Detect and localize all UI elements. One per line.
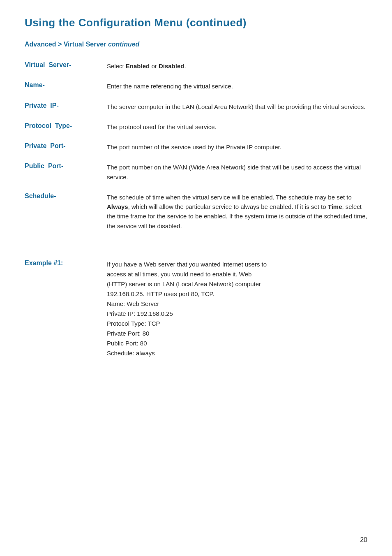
table-row: Virtual Server- Select Enabled or Disabl… xyxy=(25,57,367,77)
spacer-row xyxy=(25,237,367,248)
term-private-port: Private Port- xyxy=(25,138,107,158)
bold-disabled: Disabled xyxy=(159,63,184,70)
term-example1: Example #1: xyxy=(25,248,107,365)
table-row: Name- Enter the name referencing the vir… xyxy=(25,77,367,97)
term-protocol-type: Protocol Type- xyxy=(25,118,107,138)
example-text: If you have a Web server that you wanted… xyxy=(107,259,367,358)
term-private-ip: Private IP- xyxy=(25,98,107,118)
definition-table: Virtual Server- Select Enabled or Disabl… xyxy=(25,57,367,365)
table-row: Private IP- The server computer in the L… xyxy=(25,98,367,118)
desc-public-port: The port number on the WAN (Wide Area Ne… xyxy=(107,158,367,188)
page-title: Using the Configuration Menu (continued) xyxy=(25,16,367,29)
table-row-example: Example #1: If you have a Web server tha… xyxy=(25,248,367,365)
desc-name: Enter the name referencing the virtual s… xyxy=(107,77,367,97)
desc-private-port: The port number of the service used by t… xyxy=(107,138,367,158)
table-row: Public Port- The port number on the WAN … xyxy=(25,158,367,188)
section-heading-continued: continued xyxy=(108,41,139,48)
table-row: Protocol Type- The protocol used for the… xyxy=(25,118,367,138)
term-name: Name- xyxy=(25,77,107,97)
bold-always: Always xyxy=(107,203,128,210)
page-number: 20 xyxy=(360,536,367,544)
term-public-port: Public Port- xyxy=(25,158,107,188)
table-row: Schedule- The schedule of time when the … xyxy=(25,188,367,237)
section-heading: Advanced > Virtual Server continued xyxy=(25,41,367,48)
bold-time: Time xyxy=(328,203,342,210)
term-schedule: Schedule- xyxy=(25,188,107,237)
desc-schedule: The schedule of time when the virtual se… xyxy=(107,188,367,237)
desc-private-ip: The server computer in the LAN (Local Ar… xyxy=(107,98,367,118)
bold-enabled: Enabled xyxy=(126,63,150,70)
term-virtual-server: Virtual Server- xyxy=(25,57,107,77)
table-row: Private Port- The port number of the ser… xyxy=(25,138,367,158)
desc-example1: If you have a Web server that you wanted… xyxy=(107,248,367,365)
desc-protocol-type: The protocol used for the virtual servic… xyxy=(107,118,367,138)
desc-virtual-server: Select Enabled or Disabled. xyxy=(107,57,367,77)
section-heading-prefix: Advanced > Virtual Server xyxy=(25,41,108,48)
